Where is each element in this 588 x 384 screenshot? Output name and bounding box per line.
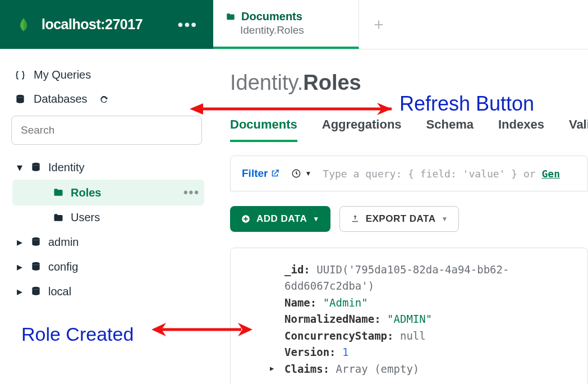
connection-title: localhost:27017 (42, 16, 168, 33)
tree-label: config (48, 260, 78, 273)
breadcrumb-db: Identity. (230, 71, 303, 94)
filter-bar: Filter ▼ Type a query: { field: 'value' … (230, 156, 588, 191)
tree-label: local (48, 285, 71, 298)
database-icon (15, 94, 26, 105)
tree-collection-roles[interactable]: Roles ••• (12, 180, 204, 205)
sidebar-search[interactable] (11, 116, 202, 145)
tree-label: admin (48, 236, 79, 249)
database-icon (30, 286, 42, 297)
tree-label: Users (71, 211, 100, 224)
chevron-down-icon: ▼ (441, 215, 448, 223)
history-button[interactable]: ▼ (291, 168, 311, 179)
filter-placeholder: Type a query: { field: 'value' } or (323, 168, 541, 180)
filter-button[interactable]: Filter (242, 167, 280, 180)
breadcrumb-collection: Roles (303, 71, 361, 94)
svg-point-4 (32, 287, 39, 290)
refresh-button[interactable] (95, 94, 112, 104)
mongodb-leaf-icon (16, 17, 31, 33)
caret-right-icon: ▸ (17, 260, 24, 273)
folder-icon (226, 12, 236, 22)
svg-point-0 (16, 94, 24, 97)
new-tab-button[interactable]: + (359, 0, 398, 49)
collection-menu-icon[interactable]: ••• (183, 185, 200, 200)
braces-icon (15, 70, 26, 81)
tree-collection-users[interactable]: Users (12, 205, 204, 230)
export-data-button[interactable]: EXPORT DATA ▼ (339, 206, 459, 232)
databases-label: Databases (34, 93, 88, 106)
caret-right-icon: ▸ (17, 235, 24, 249)
clock-icon (291, 168, 301, 179)
open-external-icon (270, 168, 280, 179)
chevron-down-icon: ▼ (305, 170, 311, 177)
connection-block[interactable]: localhost:27017 ••• (0, 0, 213, 49)
caret-down-icon: ▾ (17, 161, 24, 174)
tree-label: Identity (48, 161, 84, 174)
database-icon (30, 162, 42, 173)
subtab-schema[interactable]: Schema (426, 117, 474, 142)
subtab-aggregations[interactable]: Aggregations (322, 117, 402, 142)
header-bar: localhost:27017 ••• Documents Identity.R… (0, 0, 588, 49)
svg-point-3 (32, 262, 39, 265)
doc-field-normalized-name: NormalizedName: "ADMIN" (284, 311, 574, 327)
database-tree: ▾ Identity Roles ••• Users ▸ admin ▸ con… (9, 155, 204, 304)
my-queries-label: My Queries (34, 68, 91, 81)
doc-field-claims: Claims: Array (empty) (284, 361, 574, 377)
tree-db-identity[interactable]: ▾ Identity (12, 155, 204, 180)
subtab-documents[interactable]: Documents (230, 117, 297, 142)
collection-breadcrumb: Identity.Roles (230, 71, 588, 95)
svg-point-2 (32, 237, 39, 240)
annotation-role-created-label: Role Created (21, 323, 134, 345)
tab-subtitle: Identity.Roles (240, 24, 343, 36)
subtab-validation[interactable]: Valid (569, 117, 588, 142)
tree-db-config[interactable]: ▸ config (12, 254, 204, 279)
add-data-button[interactable]: ADD DATA ▼ (230, 206, 330, 232)
doc-field-version: Version: 1 (284, 344, 574, 360)
tree-db-admin[interactable]: ▸ admin (12, 230, 204, 254)
tab-documents[interactable]: Documents Identity.Roles (213, 0, 359, 49)
sidebar-item-my-queries[interactable]: My Queries (9, 63, 204, 87)
export-icon (350, 214, 360, 224)
filter-label-text: Filter (242, 167, 268, 180)
plus-circle-icon (241, 214, 251, 224)
doc-field-name: Name: "Admin" (284, 295, 574, 311)
tree-label: Roles (71, 186, 101, 199)
export-data-label: EXPORT DATA (366, 213, 436, 225)
filter-generate-link[interactable]: Gen (541, 168, 560, 180)
doc-field-id: _id: UUID('795da105-82da-4a94-bb62-6dd60… (284, 262, 574, 295)
search-input[interactable] (21, 124, 192, 136)
database-icon (30, 261, 42, 272)
refresh-icon (99, 94, 109, 104)
sidebar-item-databases[interactable]: Databases (9, 87, 204, 111)
tab-title: Documents (241, 10, 302, 23)
database-icon (30, 236, 42, 248)
annotation-refresh-label: Refresh Button (399, 92, 534, 116)
tab-bar: Documents Identity.Roles + (213, 0, 588, 49)
doc-field-concurrency-stamp: ConcurrencyStamp: null (284, 328, 574, 344)
connection-menu-icon[interactable]: ••• (178, 16, 197, 34)
svg-point-1 (32, 163, 39, 166)
folder-icon (53, 212, 64, 223)
caret-right-icon: ▸ (17, 285, 24, 298)
chevron-down-icon: ▼ (313, 215, 319, 223)
subtab-indexes[interactable]: Indexes (498, 117, 544, 142)
document-card[interactable]: _id: UUID('795da105-82da-4a94-bb62-6dd60… (230, 248, 588, 384)
filter-input[interactable]: Type a query: { field: 'value' } or Gen (323, 168, 560, 180)
add-data-label: ADD DATA (256, 213, 307, 225)
action-buttons: ADD DATA ▼ EXPORT DATA ▼ (230, 206, 588, 232)
expand-array-icon[interactable]: ▸ (269, 362, 275, 374)
tree-db-local[interactable]: ▸ local (12, 279, 204, 304)
folder-icon (53, 187, 64, 198)
collection-subtabs: Documents Aggregations Schema Indexes Va… (230, 117, 588, 142)
